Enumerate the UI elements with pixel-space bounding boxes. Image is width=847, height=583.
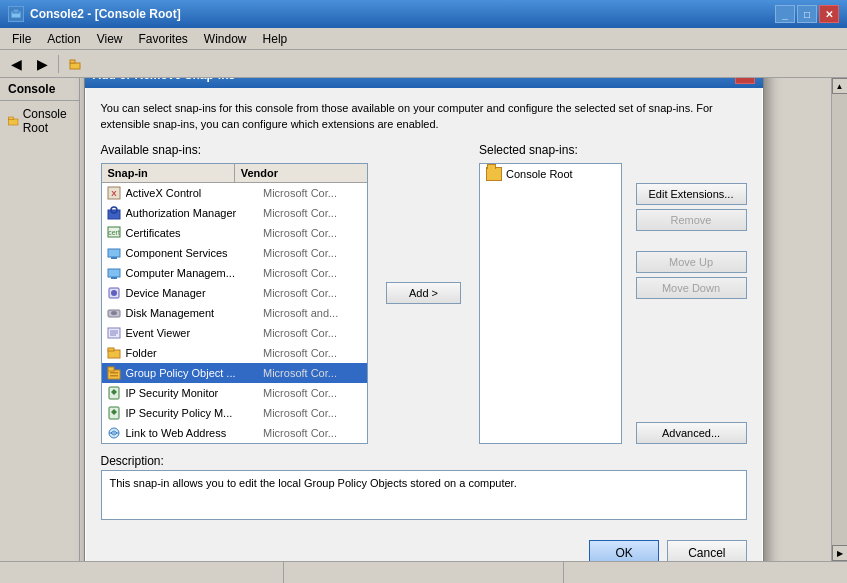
move-down-button[interactable]: Move Down	[636, 277, 747, 299]
snapin-vendor: Microsoft Cor...	[263, 247, 363, 259]
available-snapins-list[interactable]: Snap-in Vendor X	[101, 163, 369, 444]
description-section: Description: This snap-in allows you to …	[101, 454, 747, 520]
cert-icon: cert	[106, 225, 122, 241]
svg-rect-3	[70, 60, 75, 63]
minimize-button[interactable]: _	[775, 5, 795, 23]
svg-rect-28	[110, 372, 118, 374]
ok-button[interactable]: OK	[589, 540, 659, 562]
device-icon	[106, 285, 122, 301]
selected-snapins-list[interactable]: Console Root	[479, 163, 622, 444]
list-item-selected[interactable]: Group Policy Object ... Microsoft Cor...	[102, 363, 368, 383]
list-item[interactable]: IP Security Policy M... Microsoft Cor...	[102, 403, 368, 423]
maximize-button[interactable]: □	[797, 5, 817, 23]
dialog-close-button[interactable]: ✕	[735, 78, 755, 84]
advanced-button[interactable]: Advanced...	[636, 422, 747, 444]
svg-rect-8	[108, 210, 120, 219]
move-up-button[interactable]: Move Up	[636, 251, 747, 273]
right-action-buttons: Edit Extensions... Remove Move Up Move D…	[628, 163, 747, 444]
description-area: This snap-in allows you to edit the loca…	[101, 470, 747, 520]
auth-icon	[106, 205, 122, 221]
title-bar: Console2 - [Console Root] _ □ ✕	[0, 0, 847, 28]
menu-file[interactable]: File	[4, 30, 39, 48]
svg-text:cert: cert	[108, 229, 120, 236]
toolbar-separator	[58, 55, 59, 73]
snapin-vendor: Microsoft Cor...	[263, 347, 363, 359]
app-icon	[8, 6, 24, 22]
disk-icon	[106, 305, 122, 321]
snapin-name: IP Security Monitor	[126, 387, 264, 399]
ipsec2-icon	[106, 405, 122, 421]
list-item[interactable]: Disk Management Microsoft and...	[102, 303, 368, 323]
dialog-panels: Available snap-ins: Snap-in Vendor	[101, 143, 747, 444]
add-button[interactable]: Add >	[386, 282, 461, 304]
svg-rect-25	[108, 348, 114, 351]
up-button[interactable]	[63, 53, 87, 75]
console-root-label: Console Root	[506, 168, 573, 180]
app-title: Console2 - [Console Root]	[30, 7, 775, 21]
cancel-button[interactable]: Cancel	[667, 540, 746, 562]
dialog-title: Add or Remove Snap-ins	[93, 78, 735, 82]
main-window: Console2 - [Console Root] _ □ ✕ File Act…	[0, 0, 847, 583]
content-area: Console Console Root ▲ ▶	[0, 78, 847, 561]
back-button[interactable]: ◀	[4, 53, 28, 75]
snapin-vendor: Microsoft Cor...	[263, 327, 363, 339]
list-item[interactable]: cert Certificates Microsoft Cor...	[102, 223, 368, 243]
snapin-vendor: Microsoft Cor...	[263, 187, 363, 199]
snapin-vendor: Microsoft Cor...	[263, 367, 363, 379]
vendor-col-header: Vendor	[235, 164, 367, 182]
status-section-1	[4, 562, 284, 583]
forward-button[interactable]: ▶	[30, 53, 54, 75]
status-bar	[0, 561, 847, 583]
snapin-vendor: Microsoft Cor...	[263, 227, 363, 239]
list-header: Snap-in Vendor	[102, 164, 368, 183]
snapin-name: Component Services	[126, 247, 264, 259]
dialog-description-text: You can select snap-ins for this console…	[101, 100, 747, 133]
gpo-icon	[106, 365, 122, 381]
edit-extensions-button[interactable]: Edit Extensions...	[636, 183, 747, 205]
console-root-folder-icon	[486, 167, 502, 181]
dialog-overlay: Add or Remove Snap-ins ✕ You can select …	[0, 78, 847, 561]
menu-action[interactable]: Action	[39, 30, 88, 48]
list-item[interactable]: Authorization Manager Microsoft Cor...	[102, 203, 368, 223]
snapin-vendor: Microsoft Cor...	[263, 287, 363, 299]
list-item[interactable]: Folder Microsoft Cor...	[102, 343, 368, 363]
list-item[interactable]: Device Manager Microsoft Cor...	[102, 283, 368, 303]
menu-view[interactable]: View	[89, 30, 131, 48]
svg-rect-14	[108, 269, 120, 277]
menu-window[interactable]: Window	[196, 30, 255, 48]
selected-list-item[interactable]: Console Root	[480, 164, 621, 184]
svg-rect-2	[70, 63, 80, 69]
remove-button[interactable]: Remove	[636, 209, 747, 231]
toolbar: ◀ ▶	[0, 50, 847, 78]
description-content: This snap-in allows you to edit the loca…	[110, 477, 517, 489]
snapin-name: Authorization Manager	[126, 207, 264, 219]
snapin-vendor: Microsoft Cor...	[263, 427, 363, 439]
folder-icon	[106, 345, 122, 361]
menu-favorites[interactable]: Favorites	[131, 30, 196, 48]
add-remove-snapins-dialog: Add or Remove Snap-ins ✕ You can select …	[84, 78, 764, 561]
snapin-name: ActiveX Control	[126, 187, 264, 199]
add-button-area: Add >	[378, 143, 469, 444]
list-item[interactable]: Component Services Microsoft Cor...	[102, 243, 368, 263]
svg-point-19	[111, 311, 117, 315]
snapin-name: IP Security Policy M...	[126, 407, 264, 419]
event-icon	[106, 325, 122, 341]
list-item[interactable]: Link to Web Address Microsoft Cor...	[102, 423, 368, 443]
close-button[interactable]: ✕	[819, 5, 839, 23]
list-item[interactable]: Computer Managem... Microsoft Cor...	[102, 263, 368, 283]
description-label: Description:	[101, 454, 747, 468]
snapin-name: Group Policy Object ...	[126, 367, 264, 379]
svg-point-17	[111, 290, 117, 296]
svg-text:X: X	[111, 189, 117, 198]
snapin-col-header: Snap-in	[102, 164, 235, 182]
svg-rect-29	[110, 375, 118, 377]
list-item[interactable]: IP Security Monitor Microsoft Cor...	[102, 383, 368, 403]
dialog-body: You can select snap-ins for this console…	[85, 88, 763, 532]
list-item[interactable]: X ActiveX Control Microsoft Cor...	[102, 183, 368, 203]
menu-help[interactable]: Help	[255, 30, 296, 48]
compman-icon	[106, 265, 122, 281]
list-item[interactable]: Event Viewer Microsoft Cor...	[102, 323, 368, 343]
title-bar-controls: _ □ ✕	[775, 5, 839, 23]
available-label: Available snap-ins:	[101, 143, 369, 157]
available-snapins-panel: Available snap-ins: Snap-in Vendor	[101, 143, 369, 444]
